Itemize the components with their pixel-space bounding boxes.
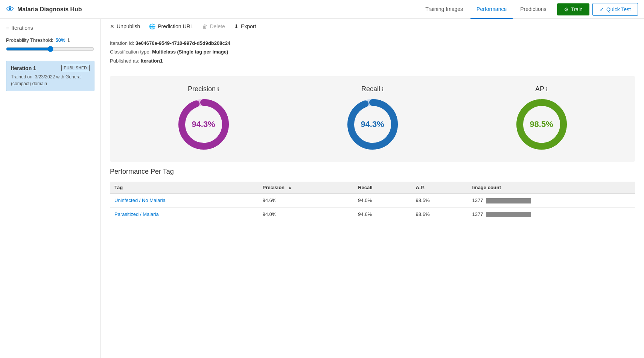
prob-threshold-row: Probability Threshold: 50% ℹ — [6, 37, 94, 43]
published-as-row: Published as: Iteration1 — [110, 57, 635, 65]
tag-uninfected[interactable]: Uninfected / No Malaria — [114, 197, 166, 203]
header: 👁 Malaria Diagnosis Hub Training Images … — [0, 0, 644, 19]
iteration-name: Iteration 1 — [11, 65, 36, 71]
x-icon: ✕ — [110, 23, 114, 29]
ap-info-icon[interactable]: ℹ — [546, 86, 548, 92]
col-recall: Recall — [353, 182, 411, 194]
iteration-card[interactable]: Iteration 1 PUBLISHED Trained on: 3/23/2… — [6, 61, 94, 91]
main-nav: Training Images Performance Predictions — [419, 0, 552, 19]
export-button[interactable]: ⬇ Export — [234, 23, 256, 29]
sort-arrow-icon: ▲ — [288, 185, 292, 190]
unpublish-button[interactable]: ✕ Unpublish — [110, 23, 140, 29]
recall-metric: Recall ℹ 94.3% — [344, 85, 401, 153]
check-icon: ✓ — [600, 6, 604, 12]
precision-info-icon[interactable]: ℹ — [217, 86, 219, 92]
iteration-id-value: 3e04676e-9549-4710-997d-d5d9db208c24 — [135, 40, 230, 46]
iterations-label: ≡ Iterations — [6, 25, 94, 31]
ap-donut: 98.5% — [513, 96, 570, 153]
col-image-count: Image count — [467, 182, 635, 194]
perf-table-head: Tag Precision ▲ Recall A.P. Image count — [110, 182, 635, 194]
main-content: ✕ Unpublish 🌐 Prediction URL 🗑 Delete ⬇ … — [101, 19, 644, 358]
perf-per-tag-title: Performance Per Tag — [110, 168, 635, 176]
perf-per-tag-section: Performance Per Tag Tag Precision ▲ Reca… — [101, 168, 644, 230]
image-count-bar-uninfected — [486, 198, 531, 203]
ap-metric: AP ℹ 98.5% — [513, 85, 570, 153]
precision-value: 94.3% — [192, 119, 215, 129]
ap-label: AP ℹ — [535, 85, 548, 93]
train-button[interactable]: ⚙ Train — [557, 3, 589, 15]
prob-slider-container — [6, 46, 94, 53]
precision-metric: Precision ℹ 94.3% — [175, 85, 232, 153]
classification-type-value: Multiclass (Single tag per image) — [152, 49, 228, 55]
col-precision[interactable]: Precision ▲ — [258, 182, 354, 194]
perf-table: Tag Precision ▲ Recall A.P. Image count … — [110, 182, 635, 221]
prob-threshold-value: 50% — [56, 37, 65, 43]
published-as-value: Iteration1 — [141, 58, 163, 64]
layout: ≡ Iterations Probability Threshold: 50% … — [0, 19, 644, 358]
col-tag: Tag — [110, 182, 258, 194]
toolbar: ✕ Unpublish 🌐 Prediction URL 🗑 Delete ⬇ … — [101, 19, 644, 34]
table-row: Uninfected / No Malaria 94.6% 94.0% 98.5… — [110, 194, 635, 208]
sidebar: ≡ Iterations Probability Threshold: 50% … — [0, 19, 101, 358]
ap-value: 98.5% — [530, 119, 553, 129]
globe-icon: 🌐 — [149, 23, 155, 29]
tag-parasitized[interactable]: Parasitized / Malaria — [114, 211, 159, 217]
delete-button[interactable]: 🗑 Delete — [202, 23, 225, 29]
gear-icon: ⚙ — [564, 6, 569, 12]
prediction-url-button[interactable]: 🌐 Prediction URL — [149, 23, 193, 29]
col-ap: A.P. — [411, 182, 468, 194]
ap-parasitized: 98.6% — [411, 207, 468, 221]
iteration-id-row: Iteration id: 3e04676e-9549-4710-997d-d5… — [110, 39, 635, 47]
precision-donut: 94.3% — [175, 96, 232, 153]
precision-parasitized: 94.0% — [258, 207, 354, 221]
recall-parasitized: 94.6% — [353, 207, 411, 221]
app-logo: 👁 Malaria Diagnosis Hub — [6, 5, 82, 14]
recall-value: 94.3% — [361, 119, 384, 129]
iteration-card-header: Iteration 1 PUBLISHED — [11, 65, 90, 71]
iteration-info: Trained on: 3/23/2022 with General (comp… — [11, 73, 90, 87]
recall-info-icon[interactable]: ℹ — [382, 86, 384, 92]
ap-uninfected: 98.5% — [411, 194, 468, 208]
perf-table-body: Uninfected / No Malaria 94.6% 94.0% 98.5… — [110, 194, 635, 221]
nav-performance[interactable]: Performance — [470, 0, 513, 19]
prob-info-icon[interactable]: ℹ — [68, 37, 70, 43]
classification-type-row: Classification type: Multiclass (Single … — [110, 47, 635, 56]
prob-threshold-slider[interactable] — [6, 46, 94, 52]
trash-icon: 🗑 — [202, 23, 207, 29]
layers-icon: ≡ — [6, 25, 9, 31]
metrics-section: Precision ℹ 94.3% Recall ℹ — [110, 76, 635, 162]
recall-uninfected: 94.0% — [353, 194, 411, 208]
nav-predictions[interactable]: Predictions — [514, 0, 552, 19]
published-badge: PUBLISHED — [61, 65, 90, 71]
image-count-uninfected: 1377 — [467, 194, 635, 208]
table-row: Parasitized / Malaria 94.0% 94.6% 98.6% … — [110, 207, 635, 221]
logo-icon: 👁 — [6, 5, 14, 14]
iteration-meta: Iteration id: 3e04676e-9549-4710-997d-d5… — [101, 34, 644, 70]
app-title: Malaria Diagnosis Hub — [17, 6, 82, 13]
download-icon: ⬇ — [234, 23, 239, 29]
nav-training-images[interactable]: Training Images — [419, 0, 469, 19]
image-count-parasitized: 1377 — [467, 207, 635, 221]
recall-label: Recall ℹ — [361, 85, 384, 93]
precision-label: Precision ℹ — [188, 85, 219, 93]
image-count-bar-parasitized — [486, 212, 531, 217]
recall-donut: 94.3% — [344, 96, 401, 153]
quick-test-button[interactable]: ✓ Quick Test — [592, 3, 638, 16]
precision-uninfected: 94.6% — [258, 194, 354, 208]
